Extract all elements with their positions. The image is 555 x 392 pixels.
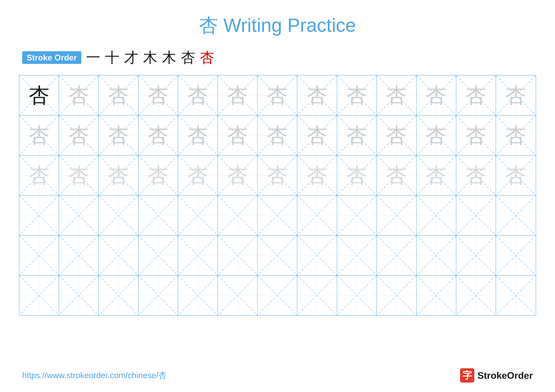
grid-cell[interactable] [377,235,416,275]
svg-line-94 [337,195,377,235]
svg-line-128 [496,235,536,275]
page-title: 杏 Writing Practice [0,0,555,38]
grid-cell[interactable]: 杏 [258,156,297,195]
grid-cell[interactable]: 杏 [496,75,536,115]
grid-cell[interactable] [59,275,99,315]
svg-line-122 [377,235,416,275]
grid-cell[interactable]: 杏 [218,115,258,155]
grid-cell[interactable]: 杏 [139,115,178,155]
grid-cell[interactable]: 杏 [297,115,337,155]
grid-cell[interactable] [59,195,99,235]
svg-line-83 [99,195,138,235]
grid-cell[interactable] [19,235,59,275]
svg-line-146 [337,275,377,315]
grid-cell[interactable] [218,235,258,275]
grid-cell[interactable] [337,275,377,315]
svg-line-130 [19,275,59,315]
grid-row: 杏 杏 杏 杏 杏 杏 杏 杏 杏 杏 杏 杏 杏 [19,156,536,195]
grid-cell[interactable]: 杏 [456,156,496,195]
grid-cell[interactable] [377,275,416,315]
grid-cell[interactable] [139,275,178,315]
grid-cell[interactable] [297,235,337,275]
svg-line-96 [377,195,416,235]
grid-cell[interactable] [99,275,139,315]
grid-cell[interactable]: 杏 [258,115,297,155]
grid-cell[interactable] [416,235,456,275]
grid-cell[interactable]: 杏 [99,156,139,195]
grid-cell[interactable]: 杏 [496,115,536,155]
grid-cell[interactable] [297,275,337,315]
grid-cell[interactable]: 杏 [178,75,218,115]
grid-cell[interactable]: 杏 [99,115,139,155]
grid-cell[interactable] [496,235,536,275]
grid-cell[interactable]: 杏 [337,115,377,155]
grid-cell[interactable]: 杏 [416,156,456,195]
grid-cell[interactable] [218,275,258,315]
svg-line-106 [59,235,98,275]
grid-cell[interactable] [496,275,536,315]
grid-cell[interactable] [99,195,139,235]
grid-cell[interactable]: 杏 [99,75,139,115]
grid-cell[interactable]: 杏 [416,75,456,115]
grid-cell[interactable]: 杏 [59,156,99,195]
grid-cell[interactable]: 杏 [297,156,337,195]
grid-cell[interactable] [258,275,297,315]
svg-line-136 [139,275,178,315]
grid-cell[interactable]: 杏 [337,156,377,195]
grid-cell[interactable]: 杏 [19,115,59,155]
grid-cell[interactable] [456,195,496,235]
stroke-step-7: 杏 [200,48,214,67]
grid-cell[interactable]: 杏 [377,156,416,195]
svg-line-98 [416,195,456,235]
grid-cell[interactable] [377,195,416,235]
grid-cell[interactable]: 杏 [59,115,99,155]
grid-cell[interactable] [59,235,99,275]
grid-cell[interactable]: 杏 [19,75,59,115]
grid-cell[interactable] [99,235,139,275]
grid-cell[interactable] [139,235,178,275]
grid-cell[interactable] [258,235,297,275]
grid-cell[interactable] [496,195,536,235]
grid-cell[interactable] [19,275,59,315]
grid-cell[interactable] [218,195,258,235]
grid-cell[interactable] [297,195,337,235]
grid-cell[interactable]: 杏 [178,115,218,155]
grid-cell[interactable] [178,195,218,235]
grid-cell[interactable] [416,195,456,235]
grid-cell[interactable]: 杏 [258,75,297,115]
svg-line-113 [178,235,218,275]
grid-cell[interactable]: 杏 [377,75,416,115]
svg-line-87 [178,195,218,235]
grid-cell[interactable] [178,275,218,315]
stroke-step-2: 十 [105,48,119,67]
grid-cell[interactable]: 杏 [139,75,178,115]
svg-line-84 [139,195,178,235]
grid-cell[interactable] [456,235,496,275]
grid-cell[interactable]: 杏 [218,156,258,195]
grid-cell[interactable] [139,195,178,235]
grid-cell[interactable]: 杏 [337,75,377,115]
grid-row [19,235,536,275]
footer-url[interactable]: https://www.strokeorder.com/chinese/杏 [22,370,167,381]
grid-cell[interactable]: 杏 [416,115,456,155]
grid-cell[interactable]: 杏 [456,75,496,115]
grid-cell[interactable]: 杏 [496,156,536,195]
grid-cell[interactable]: 杏 [456,115,496,155]
grid-cell[interactable] [258,195,297,235]
grid-cell[interactable]: 杏 [377,115,416,155]
grid-cell[interactable] [416,275,456,315]
grid-cell[interactable] [337,235,377,275]
grid-cell[interactable] [19,195,59,235]
grid-cell[interactable]: 杏 [139,156,178,195]
grid-cell[interactable]: 杏 [218,75,258,115]
grid-cell[interactable] [178,235,218,275]
grid-cell[interactable]: 杏 [19,156,59,195]
svg-line-144 [297,275,337,315]
grid-cell[interactable]: 杏 [178,156,218,195]
grid-cell[interactable]: 杏 [59,75,99,115]
grid-cell[interactable] [337,195,377,235]
svg-line-143 [258,275,297,315]
svg-line-140 [218,275,257,315]
grid-cell[interactable]: 杏 [297,75,337,115]
grid-cell[interactable] [456,275,496,315]
